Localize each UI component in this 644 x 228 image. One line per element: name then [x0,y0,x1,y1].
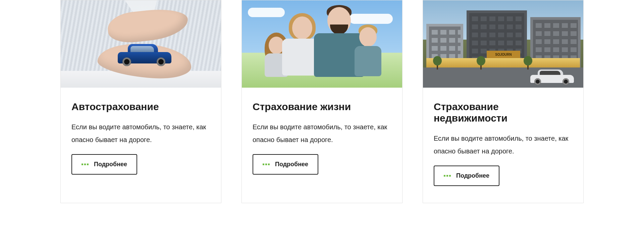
card-body: Страхование жизни Если вы водите автомоб… [242,88,402,191]
details-button[interactable]: Подробнее [434,166,499,186]
button-label: Подробнее [275,161,308,168]
card-description: Если вы водите автомобиль, то знаете, ка… [71,121,210,146]
card-image-realty: SOJOURN [423,0,583,88]
card-title: Страхование недвижимости [434,101,573,124]
button-label: Подробнее [456,172,489,179]
building-sign: SOJOURN [487,51,520,58]
card-title: Автострахование [71,101,210,112]
card-description: Если вы водите автомобиль, то знаете, ка… [253,121,391,146]
card-title: Страхование жизни [253,101,391,112]
card-body: Автострахование Если вы водите автомобил… [61,88,221,191]
dots-icon [263,164,270,165]
dots-icon [444,175,451,177]
details-button[interactable]: Подробнее [71,154,137,175]
button-label: Подробнее [94,161,127,168]
card-image-family [242,0,402,88]
card-auto-insurance: Автострахование Если вы водите автомобил… [60,0,221,203]
card-real-estate-insurance: SOJOURN Страхование недвижимости Если вы… [423,0,584,203]
dots-icon [82,164,89,165]
card-body: Страхование недвижимости Если вы водите … [423,88,583,203]
card-life-insurance: Страхование жизни Если вы водите автомоб… [241,0,402,203]
insurance-cards-row: Автострахование Если вы водите автомобил… [0,0,644,203]
details-button[interactable]: Подробнее [253,154,318,175]
card-description: Если вы водите автомобиль, то знаете, ка… [434,132,573,157]
card-image-auto [61,0,221,88]
